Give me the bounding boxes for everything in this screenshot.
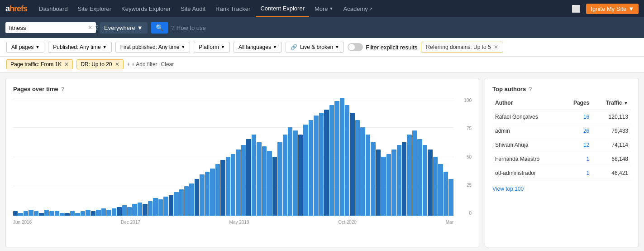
bar[interactable]: [18, 213, 23, 216]
bar[interactable]: [360, 127, 365, 216]
bar[interactable]: [86, 210, 90, 216]
bar[interactable]: [184, 186, 189, 216]
bar[interactable]: [179, 189, 184, 216]
ignite-button[interactable]: Ignite My Site ▼: [586, 4, 639, 14]
bar[interactable]: [397, 145, 401, 216]
languages-filter[interactable]: All languages ▼: [234, 42, 282, 53]
author-pages-link[interactable]: 16: [583, 114, 589, 120]
bar[interactable]: [174, 192, 178, 216]
bar[interactable]: [376, 150, 381, 216]
author-pages-link[interactable]: 26: [583, 128, 589, 134]
dr-clear-icon[interactable]: ✕: [115, 61, 119, 68]
bar[interactable]: [293, 130, 297, 216]
bar[interactable]: [417, 139, 422, 216]
bar[interactable]: [340, 98, 344, 216]
bar[interactable]: [143, 204, 147, 216]
bar[interactable]: [438, 164, 443, 216]
bar[interactable]: [309, 120, 313, 216]
live-broken-filter[interactable]: 🔗 Live & broken ▼: [286, 42, 344, 53]
nav-keywords-explorer[interactable]: Keywords Explorer: [117, 0, 175, 17]
page-traffic-clear-icon[interactable]: ✕: [64, 61, 69, 68]
bar[interactable]: [314, 116, 318, 216]
bar[interactable]: [148, 201, 153, 216]
bar[interactable]: [70, 211, 75, 216]
bar[interactable]: [29, 210, 33, 216]
bar[interactable]: [226, 157, 230, 216]
author-pages-link[interactable]: 1: [587, 170, 590, 176]
bar[interactable]: [81, 211, 85, 216]
nav-academy[interactable]: Academy↗: [339, 0, 377, 17]
nav-content-explorer[interactable]: Content Explorer: [256, 0, 309, 17]
bar[interactable]: [65, 213, 70, 216]
author-pages-link[interactable]: 1: [587, 156, 590, 162]
bar[interactable]: [262, 146, 267, 216]
bar[interactable]: [355, 120, 360, 216]
referring-domains-filter[interactable]: Referring domains: Up to 5 ✕: [421, 42, 503, 53]
bar[interactable]: [101, 208, 106, 216]
logo[interactable]: ahrefs: [5, 4, 27, 14]
how-to-use[interactable]: ? How to use: [172, 24, 206, 31]
bar[interactable]: [386, 154, 391, 216]
monitor-icon[interactable]: ⬜: [572, 5, 581, 13]
bar[interactable]: [272, 157, 277, 216]
bar[interactable]: [24, 211, 28, 216]
bar[interactable]: [448, 179, 453, 216]
search-button[interactable]: 🔍: [151, 22, 168, 34]
bar[interactable]: [428, 150, 432, 216]
bar[interactable]: [34, 211, 38, 216]
clear-search-icon[interactable]: ✕: [88, 24, 92, 31]
bar[interactable]: [153, 198, 157, 216]
bar[interactable]: [241, 145, 246, 216]
bar[interactable]: [205, 172, 210, 216]
bar[interactable]: [423, 145, 427, 216]
bar[interactable]: [298, 135, 303, 216]
nav-rank-tracker[interactable]: Rank Tracker: [211, 0, 255, 17]
bar[interactable]: [324, 110, 329, 216]
bar[interactable]: [220, 160, 225, 216]
bar[interactable]: [39, 213, 43, 216]
bar[interactable]: [132, 204, 137, 216]
nav-site-explorer[interactable]: Site Explorer: [73, 0, 116, 17]
bar[interactable]: [106, 210, 111, 216]
bar[interactable]: [138, 203, 142, 216]
bar[interactable]: [231, 154, 235, 216]
explicit-toggle[interactable]: [348, 43, 363, 51]
bar[interactable]: [252, 135, 256, 216]
bar[interactable]: [350, 113, 354, 216]
bar[interactable]: [283, 135, 287, 216]
search-help-icon[interactable]: ?: [95, 24, 99, 31]
bar[interactable]: [303, 125, 308, 216]
bar[interactable]: [158, 199, 163, 216]
bar[interactable]: [381, 157, 386, 216]
bar[interactable]: [55, 211, 59, 216]
clear-filters-btn[interactable]: Clear: [161, 61, 174, 68]
nav-site-audit[interactable]: Site Audit: [176, 0, 210, 17]
bar[interactable]: [49, 211, 54, 216]
add-filter-btn[interactable]: + + Add filter: [127, 61, 157, 68]
bar[interactable]: [117, 207, 121, 216]
published-filter[interactable]: Published: Any time ▼: [48, 42, 111, 53]
first-published-filter[interactable]: First published: Any time ▼: [115, 42, 191, 53]
bar[interactable]: [257, 142, 261, 216]
bar[interactable]: [122, 205, 127, 216]
bar[interactable]: [329, 105, 334, 216]
bar[interactable]: [433, 157, 438, 216]
bar[interactable]: [319, 113, 324, 216]
bar[interactable]: [236, 150, 240, 216]
bar[interactable]: [163, 197, 168, 216]
bar[interactable]: [412, 130, 417, 216]
bar[interactable]: [13, 211, 18, 216]
platform-filter[interactable]: Platform ▼: [194, 42, 230, 53]
nav-dashboard[interactable]: Dashboard: [34, 0, 72, 17]
bar[interactable]: [402, 142, 406, 216]
bar[interactable]: [60, 213, 64, 216]
col-traffic[interactable]: Traffic ▼: [592, 98, 631, 110]
author-pages-link[interactable]: 12: [583, 142, 589, 148]
bar[interactable]: [334, 101, 339, 216]
nav-more[interactable]: More▼: [310, 0, 338, 17]
bar[interactable]: [44, 210, 49, 216]
bar[interactable]: [127, 207, 132, 216]
chart-help-icon[interactable]: ?: [61, 86, 64, 92]
bar[interactable]: [371, 142, 375, 216]
bar[interactable]: [407, 135, 411, 216]
